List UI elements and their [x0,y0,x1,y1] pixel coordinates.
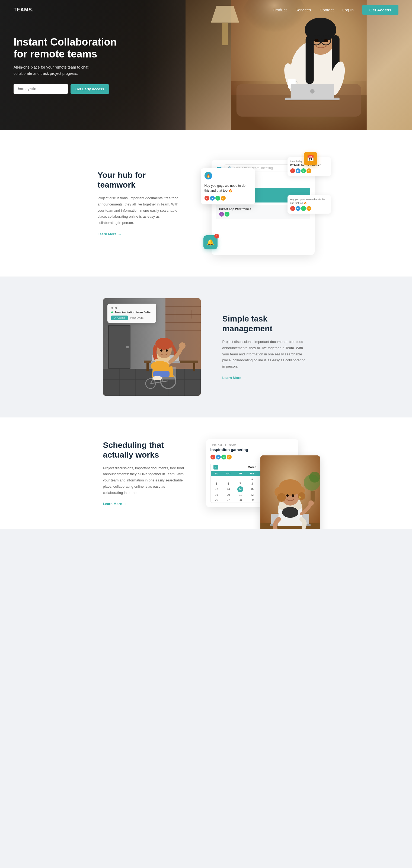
side-chat-av1: A [290,206,295,211]
notif-accept-button[interactable]: ✓ Accept [111,315,128,320]
sched-body: Project discussions, important documents… [103,465,184,496]
calendar-day [211,476,223,481]
side-av1: N [290,168,295,173]
calendar-day [223,476,234,481]
calendar-day[interactable]: 21 [234,492,246,497]
app-logo-dot: 🔥 [205,172,212,180]
svg-point-34 [126,346,129,348]
hub-learn-more[interactable]: Learn More [98,232,121,236]
task-section: 9:59 New invitation from Julie ✓ Accept … [0,277,412,417]
calendar-day[interactable]: 8 [246,481,258,486]
event-title: Inspiration gathering [210,447,294,452]
side-av3: M [301,168,306,173]
calendar-day[interactable]: 26 [211,497,223,503]
bell-notification: 🔔 3 [203,235,217,249]
hero-title: Instant Collaboration for remote teams [13,36,122,60]
svg-rect-69 [311,491,315,501]
nav-contact[interactable]: Contact [320,8,334,12]
side-chat-av3: C [301,206,306,211]
svg-point-57 [155,338,173,350]
svg-point-13 [314,39,318,42]
checkmark-icon: ✓ [114,316,116,319]
avatar-2: A [210,196,215,200]
svg-point-62 [152,376,162,380]
side-chat-avatars: A B C D [290,206,328,211]
svg-point-20 [310,89,314,94]
task-learn-more[interactable]: Learn More [223,376,246,380]
event-av3: M [221,455,226,460]
sched-section: Scheduling that actually works Project d… [0,417,412,529]
side-chat-av2: B [296,206,300,211]
event-avatars: J A M F [210,455,232,460]
side-chat-text: Hey you guys we need to do this and that… [290,198,328,205]
accept-label: Accept [117,316,125,319]
notif-dot [111,311,113,313]
calendar-day[interactable]: 7 [234,481,246,486]
cal-prev-button[interactable]: ‹ [213,465,218,469]
hero-content: Instant Collaboration for remote teams A… [0,36,136,94]
side-chat-av4: D [306,206,312,211]
task-text: Simple task management Project discussio… [223,314,309,380]
svg-point-58 [160,349,163,351]
task-photo: 9:59 New invitation from Julie ✓ Accept … [103,298,201,396]
notif-message: New invitation from Julie [115,311,150,314]
nav-get-access-button[interactable]: Get Access [362,5,399,15]
hub-body: Project discussions, important documents… [98,195,179,226]
notif-time: 9:59 [111,306,152,310]
calendar-day [234,476,246,481]
notif-view-link[interactable]: View Event [130,316,144,319]
svg-point-78 [286,494,289,497]
task-notification: 9:59 New invitation from Julie ✓ Accept … [108,304,156,323]
hero-subtitle: All-in-one place for your remote team to… [13,64,100,76]
calendar-day[interactable]: 12 [211,486,223,492]
calendar-day[interactable]: 22 [246,492,258,497]
day-header-su: SU [211,471,223,476]
calendar-day[interactable]: 29 [246,497,258,503]
day-header-we: WE [246,471,258,476]
wireframes-avatar-2: J [225,212,230,217]
sched-learn-more[interactable]: Learn More [103,502,127,506]
svg-point-71 [282,507,298,518]
svg-point-14 [324,39,328,42]
sched-person-illustration [260,456,320,529]
avatar-3: J [215,196,220,200]
svg-point-68 [309,472,320,483]
hub-mockup: 📅 🔥 Hey you guys we need to do this and … [201,152,315,255]
hub-text: Your hub for teamwork Project discussion… [98,170,179,237]
calendar-day[interactable]: 5 [211,481,223,486]
calendar-day[interactable]: 6 [223,481,234,486]
hub-title: Your hub for teamwork [98,170,179,190]
svg-rect-61 [153,371,170,377]
nav-login[interactable]: Log In [342,8,354,12]
calendar-day[interactable]: 19 [211,492,223,497]
svg-rect-22 [222,23,228,45]
svg-rect-44 [146,363,149,371]
day-header-mo: MO [223,471,234,476]
avatar-1: L [205,196,209,200]
hero-cta-button[interactable]: Get Early Access [70,84,109,94]
task-title: Simple task management [223,314,309,334]
side-av2: B [296,168,300,173]
calendar-day[interactable]: 14 [237,486,243,492]
hero-email-input[interactable] [13,84,68,94]
calendar-day[interactable]: 20 [223,492,234,497]
bell-icon: 🔔 [207,239,214,246]
calendar-day[interactable]: 27 [223,497,234,503]
nav-logo: TEAMS. [13,7,34,13]
side-av4: T [306,168,312,173]
sched-person-photo [260,456,320,529]
svg-point-81 [308,500,314,506]
calendar-day[interactable]: 13 [223,486,234,492]
svg-point-60 [179,342,185,349]
hero-form: Get Early Access [13,84,122,94]
task-body: Project discussions, important documents… [223,339,309,370]
calendar-day[interactable]: 1 [246,476,258,481]
hub-section: Your hub for teamwork Project discussion… [0,130,412,277]
chat-message-card: 🔥 Hey you guys we need to do this and th… [201,168,255,205]
svg-point-59 [166,349,168,351]
calendar-day[interactable]: 28 [234,497,246,503]
event-av2: A [216,455,221,460]
nav-services[interactable]: Services [295,8,311,12]
calendar-day[interactable]: 15 [246,486,258,492]
nav-product[interactable]: Product [272,8,287,12]
